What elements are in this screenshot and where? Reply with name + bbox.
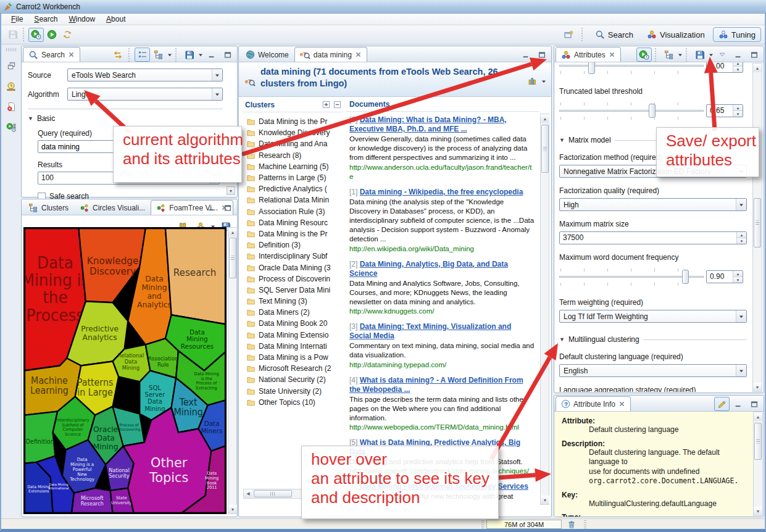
attribute-spinner[interactable]: 2.00▲▼ <box>706 62 743 73</box>
foamtree-cell[interactable]: MicrosoftResearch <box>72 488 113 513</box>
cluster-item[interactable]: Data Mining is the Pr <box>246 228 343 239</box>
attributes-scrollbar[interactable]: ▲ ▼ <box>752 63 762 392</box>
cluster-item[interactable]: Knowledge Discovery <box>246 127 343 138</box>
basic-section-header[interactable]: ▼Basic <box>28 114 223 123</box>
chevron-down-icon[interactable] <box>709 52 714 57</box>
cluster-item[interactable]: Other Topics (10) <box>246 397 343 408</box>
error-log-button[interactable] <box>4 99 19 114</box>
title-bar[interactable]: Carrot2 Workbench <box>0 0 766 14</box>
close-icon[interactable] <box>68 51 75 58</box>
document-title-link[interactable]: Data mining - Wikipedia, the free encycl… <box>360 188 523 196</box>
cluster-item[interactable]: Association Rule (3) <box>246 206 343 217</box>
live-update-button[interactable] <box>636 48 652 62</box>
cluster-item[interactable]: State University (2) <box>246 386 343 397</box>
attribute-slider[interactable]: 0.65▲▼ <box>559 99 747 123</box>
section-header[interactable]: ▼Matrix model <box>559 136 747 144</box>
maximize-button[interactable] <box>746 48 762 62</box>
attribute-select[interactable]: English <box>559 364 747 377</box>
maximize-button[interactable] <box>746 397 762 411</box>
cluster-item[interactable]: Interdisciplinary Subf <box>246 251 343 262</box>
foamtree-scrollbar[interactable]: ▲ ▼ <box>228 227 237 514</box>
perspective-visualization[interactable]: Visualization <box>641 27 710 42</box>
cluster-item[interactable]: National Security (2) <box>246 374 343 385</box>
maximize-button[interactable] <box>220 48 235 62</box>
tab-attributes[interactable]: Attributes <box>556 47 621 62</box>
open-perspective-button[interactable] <box>561 28 577 42</box>
attribute-spinner[interactable]: 0.65▲▼ <box>706 104 743 117</box>
cluster-item[interactable]: Data Mining is a Pow <box>246 352 343 363</box>
scroll-down-button[interactable]: ▼ <box>227 186 235 195</box>
attribute-spinner[interactable]: 37500▲▼ <box>559 231 747 244</box>
cluster-item[interactable]: Process of Discoverin <box>246 273 343 285</box>
attribute-spinner[interactable]: 0.90▲▼ <box>706 270 743 283</box>
run-search-button[interactable] <box>28 28 44 42</box>
close-icon[interactable] <box>609 51 615 58</box>
garbage-collect-button[interactable] <box>564 519 580 529</box>
cluster-item[interactable]: Data Mining Internati <box>246 341 343 352</box>
tree-view-button[interactable] <box>661 48 676 62</box>
cluster-item[interactable]: Machine Learning (5) <box>246 161 343 172</box>
close-icon[interactable] <box>355 51 362 58</box>
foamtree-cell[interactable]: Definition <box>25 412 57 463</box>
chevron-down-icon[interactable] <box>167 52 172 57</box>
minimize-button[interactable] <box>730 397 746 411</box>
cluster-item[interactable]: Data Mining Resourc <box>246 217 343 228</box>
query-input[interactable] <box>38 140 220 153</box>
tab-search[interactable]: Search <box>23 47 80 62</box>
process-list-button[interactable] <box>4 120 19 134</box>
benchmark-clock-button[interactable] <box>4 79 19 93</box>
editor-tab-data-mining[interactable]: eTdata mining <box>294 47 367 62</box>
tab-circles-visuali-[interactable]: Circles Visuali... <box>74 200 151 215</box>
attribute-select[interactable]: Log Tf Idf Term Weighting <box>559 310 747 323</box>
documents-scrollbar[interactable]: ▲ ▼ <box>540 114 549 505</box>
perspective-search[interactable]: Search <box>589 27 639 42</box>
cluster-item[interactable]: Patterns in Large (5) <box>246 172 343 183</box>
tab-attribute-info[interactable]: ? Attribute Info <box>556 396 631 411</box>
layout-button[interactable] <box>524 74 539 88</box>
minimize-button[interactable] <box>204 201 219 215</box>
attribute-info-scrollbar[interactable]: ▲ ▼ <box>753 412 763 516</box>
results-spinner[interactable]: 100 ▲▼ <box>38 172 220 185</box>
cluster-item[interactable]: Data Mining Book 20 <box>246 318 343 329</box>
chevron-down-icon[interactable] <box>198 52 203 57</box>
cluster-item[interactable]: Data Mining Extensio <box>246 330 343 341</box>
cluster-item[interactable]: Oracle Data Mining (3 <box>246 262 343 273</box>
cluster-item[interactable]: Definition (3) <box>246 239 343 251</box>
minimize-button[interactable] <box>204 48 219 62</box>
cluster-item[interactable]: Data Mining is the Pr <box>246 116 343 127</box>
attribute-slider[interactable]: 2.00▲▼ <box>559 62 747 78</box>
cluster-item[interactable]: Relational Data Minin <box>246 194 343 206</box>
clusters-hscrollbar[interactable]: ◀ ▶ <box>243 489 343 499</box>
menu-window[interactable]: Window <box>64 14 100 24</box>
view-menu-button[interactable] <box>714 48 730 62</box>
save-button[interactable] <box>181 48 197 62</box>
attribute-select[interactable]: Nonnegative Matrix Factorization ED Fact… <box>559 165 747 178</box>
cluster-item[interactable]: SQL Server Data Mini <box>246 285 343 296</box>
document-title-link[interactable]: What is Data Mining, Predictive Analytic… <box>349 438 520 456</box>
refresh-button[interactable] <box>59 28 75 42</box>
menu-search[interactable]: Search <box>29 14 62 24</box>
cluster-item[interactable]: Text Mining (3) <box>246 296 343 307</box>
run-button[interactable] <box>44 28 59 42</box>
foamtree-canvas[interactable]: DataMining istheProcessKnowledgeDiscover… <box>23 227 227 514</box>
menu-file[interactable]: File <box>6 14 28 24</box>
maximize-button[interactable] <box>534 48 549 62</box>
minimize-button[interactable] <box>730 48 746 62</box>
document-title-link[interactable]: Data Mining - Instructional Technology S… <box>360 482 528 491</box>
list-view-button[interactable] <box>135 48 150 62</box>
close-icon[interactable] <box>618 401 625 407</box>
chevron-down-icon[interactable] <box>678 52 683 57</box>
source-select[interactable]: eTools Web Search <box>67 69 223 81</box>
restore-window-button[interactable] <box>4 59 19 73</box>
cluster-item[interactable]: Predictive Analytics ( <box>246 183 343 194</box>
cluster-item[interactable]: Microsoft Research (2 <box>246 363 343 374</box>
document-title-link[interactable]: Data Mining, Analytics, Big Data, and Da… <box>349 260 508 278</box>
menu-about[interactable]: About <box>101 14 130 24</box>
chevron-down-icon[interactable] <box>541 79 546 84</box>
algorithm-select[interactable]: Lingo <box>67 88 223 101</box>
tree-view-button[interactable] <box>151 48 166 62</box>
collapse-all-icon[interactable] <box>333 100 342 109</box>
perspective-tuning[interactable]: Tuning <box>713 27 761 42</box>
cluster-item[interactable]: Research (8) <box>246 150 343 161</box>
minimize-button[interactable] <box>518 48 533 62</box>
